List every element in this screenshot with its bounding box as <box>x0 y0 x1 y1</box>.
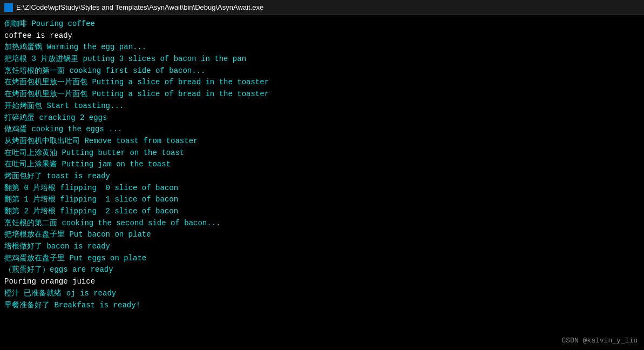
console-line: 在烤面包机里放一片面包 Putting a slice of bread in … <box>4 77 640 89</box>
title-text: E:\ZICode\wpfStudy\Styles and Templates\… <box>16 3 263 11</box>
console-line: 把培根 3 片放进锅里 putting 3 slices of bacon in… <box>4 53 640 65</box>
console-line: 在吐司上涂果酱 Putting jam on the toast <box>4 159 640 171</box>
console-output: 倒咖啡 Pouring coffeecoffee is ready加热鸡蛋锅 W… <box>0 15 644 350</box>
console-line: 打碎鸡蛋 cracking 2 eggs <box>4 112 640 124</box>
console-line: 烹饪根的第二面 cooking the second side of bacon… <box>4 218 640 230</box>
console-line: 烹饪培根的第一面 cooking first side of bacon... <box>4 65 640 77</box>
console-line: coffee is ready <box>4 30 640 42</box>
console-line: 加热鸡蛋锅 Warming the egg pan... <box>4 42 640 53</box>
console-line: 把培根放在盘子里 Put bacon on plate <box>4 229 640 241</box>
console-line: 在烤面包机里放一片面包 Putting a slice of bread in … <box>4 89 640 100</box>
console-line: 在吐司上涂黄油 Putting butter on the toast <box>4 147 640 159</box>
console-line: 开始烤面包 Start toasting... <box>4 100 640 112</box>
title-bar: E:\ZICode\wpfStudy\Styles and Templates\… <box>0 0 644 15</box>
watermark: CSDN @kalvin_y_liu <box>562 336 638 345</box>
console-line: 早餐准备好了 Breakfast is ready! <box>4 300 640 312</box>
console-line: 翻第 2 片培根 flipping 2 slice of bacon <box>4 206 640 218</box>
console-line: 做鸡蛋 cooking the eggs ... <box>4 124 640 136</box>
console-line: 从烤面包机中取出吐司 Remove toast from toaster <box>4 136 640 147</box>
console-line: 倒咖啡 Pouring coffee <box>4 18 640 30</box>
console-line: 橙汁 已准备就绪 oj is ready <box>4 288 640 300</box>
console-line: 把鸡蛋放在盘子里 Put eggs on plate <box>4 253 640 265</box>
console-line: 翻第 1 片培根 flipping 1 slice of bacon <box>4 194 640 206</box>
console-line: 培根做好了 bacon is ready <box>4 241 640 253</box>
app-icon <box>4 3 13 12</box>
console-line: （煎蛋好了）eggs are ready <box>4 264 640 276</box>
console-line: 翻第 0 片培根 flipping 0 slice of bacon <box>4 183 640 194</box>
console-line: Pouring orange juice <box>4 276 640 288</box>
console-line: 烤面包好了 toast is ready <box>4 171 640 183</box>
